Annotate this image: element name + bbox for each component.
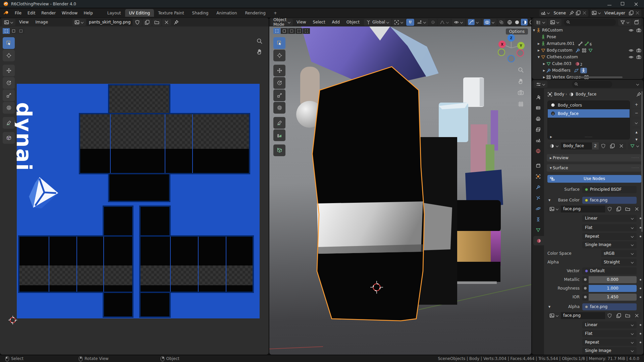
bone-icon[interactable] xyxy=(584,41,589,46)
fake-user-icon[interactable] xyxy=(133,19,142,26)
new-collection-button[interactable] xyxy=(632,19,641,26)
tab-constraints[interactable] xyxy=(533,215,543,224)
animate-dot[interactable] xyxy=(640,236,641,237)
tab-particles[interactable] xyxy=(533,193,543,202)
outliner-filter-image-button[interactable] xyxy=(548,19,561,26)
mode-selector[interactable]: Object Mode xyxy=(271,19,293,26)
outliner[interactable]: ▼ R6Custom Pose ▶ Armature.001 6 xyxy=(532,18,643,79)
tab-object-data[interactable] xyxy=(533,225,543,235)
slot-name[interactable]: Body_face xyxy=(558,111,579,116)
material-filter-button[interactable] xyxy=(628,142,641,149)
proportional-falloff-selector[interactable] xyxy=(438,19,451,26)
base-color-field[interactable]: face.png xyxy=(582,197,637,204)
outliner-item-label[interactable]: Armature.001 xyxy=(547,41,575,46)
tex2-extension-dropdown[interactable]: Repeat xyxy=(582,339,637,346)
browse-image-button[interactable] xyxy=(547,312,561,319)
vp-select-mode-invert[interactable] xyxy=(296,28,303,34)
menu-render[interactable]: Render xyxy=(38,8,59,17)
unlink-image-icon[interactable] xyxy=(632,312,641,319)
view-layer-name[interactable]: ViewLayer xyxy=(602,11,627,15)
shading-solid-button[interactable] xyxy=(514,19,520,25)
disclosure-icon[interactable]: ▼ xyxy=(537,56,541,59)
tex1-projection-dropdown[interactable]: Flat xyxy=(582,224,637,231)
minimize-button[interactable] xyxy=(607,2,612,6)
alpha-field[interactable]: face.png xyxy=(582,303,637,310)
outliner-horizontal-scrollbar[interactable] xyxy=(571,76,623,78)
properties-editor[interactable]: Body › Body_face Body_colors Body_face ▶… xyxy=(532,80,643,355)
cursor-tool[interactable] xyxy=(273,50,285,61)
pin-image-icon[interactable] xyxy=(174,20,179,25)
tab-material[interactable] xyxy=(533,236,544,245)
vp-menu-select[interactable]: Select xyxy=(310,18,328,26)
navigation-gizmo[interactable]: Z X Y xyxy=(496,33,527,63)
menu-edit[interactable]: Edit xyxy=(24,8,38,17)
new-material-icon[interactable] xyxy=(608,142,617,149)
tab-scene[interactable] xyxy=(533,135,543,145)
rip-region-tool[interactable] xyxy=(3,132,15,144)
outliner-item-label[interactable]: R6Custom xyxy=(542,28,563,33)
surface-shader-field[interactable]: Principled BSDF xyxy=(582,186,637,193)
tex2-interpolation-dropdown[interactable]: Linear xyxy=(582,321,637,328)
open-image-icon[interactable] xyxy=(623,312,632,319)
workspace-tab-animation[interactable]: Animation xyxy=(212,9,241,17)
transform-tool[interactable] xyxy=(273,102,285,114)
vertex-group-icon[interactable] xyxy=(582,48,587,53)
vp-select-mode-intersect[interactable] xyxy=(303,28,310,34)
transform-orientation-selector[interactable]: Global xyxy=(364,19,391,26)
vp-select-mode-subtract[interactable] xyxy=(288,28,295,34)
background-character-tan[interactable] xyxy=(453,200,501,284)
close-button[interactable] xyxy=(634,2,638,6)
tab-view-layer[interactable] xyxy=(533,125,543,134)
material-users-button[interactable]: 2 xyxy=(592,142,599,149)
add-workspace-button[interactable]: + xyxy=(270,9,281,17)
bone-constraint-icon[interactable] xyxy=(578,41,583,46)
breadcrumb-object[interactable]: Body xyxy=(554,92,564,97)
uv-canvas-image[interactable]: dynai xyxy=(17,84,260,318)
tex2-image-name[interactable]: face.png xyxy=(561,312,605,319)
animate-dot[interactable] xyxy=(640,342,641,343)
material-name-field[interactable]: Body_face xyxy=(561,142,592,149)
metallic-socket[interactable] xyxy=(582,276,588,283)
outliner-row-pose[interactable]: Pose xyxy=(532,34,643,40)
object-visibility-selector[interactable] xyxy=(452,19,465,26)
tex1-extension-dropdown[interactable]: Repeat xyxy=(582,233,637,240)
disclosure-icon[interactable]: ▼ xyxy=(547,305,551,308)
properties-options-chevron-icon[interactable] xyxy=(636,83,639,86)
slot-row-body-face[interactable]: Body_face xyxy=(548,109,630,118)
outliner-item-label[interactable]: Cube.003 xyxy=(552,61,572,66)
animate-dot[interactable] xyxy=(640,324,641,326)
blender-menu-icon[interactable] xyxy=(0,10,12,16)
add-cube-tool[interactable] xyxy=(273,144,285,156)
animate-dot[interactable] xyxy=(640,296,641,298)
properties-search-input[interactable] xyxy=(572,81,612,88)
outliner-item-label[interactable]: Clothes.custom xyxy=(547,55,578,59)
viewport-3d[interactable]: Object Mode View Select Add Object Globa… xyxy=(269,18,531,355)
animate-dot[interactable] xyxy=(640,333,641,335)
rotate-tool[interactable] xyxy=(273,77,285,89)
tex2-source-dropdown[interactable]: Single Image xyxy=(582,347,637,354)
hide-eye-icon[interactable] xyxy=(629,55,634,60)
cursor-tool[interactable] xyxy=(3,50,15,61)
uv-select-mode-subtract[interactable] xyxy=(17,28,24,34)
open-image-icon[interactable] xyxy=(623,205,632,213)
tab-tool[interactable] xyxy=(533,93,543,102)
disclosure-icon[interactable]: ▶ xyxy=(537,49,541,52)
unlink-image-icon[interactable] xyxy=(162,19,171,26)
render-visibility-icon[interactable] xyxy=(636,48,641,53)
ior-slider[interactable]: 1.450 xyxy=(589,294,637,301)
properties-scrollbar[interactable] xyxy=(641,91,643,232)
vector-field[interactable]: Default xyxy=(582,267,637,275)
uv-select-mode-new[interactable] xyxy=(3,28,10,34)
viewport-scene[interactable] xyxy=(269,26,531,355)
outliner-row-modifiers[interactable]: ▶ Modifiers xyxy=(532,67,643,74)
open-image-icon[interactable] xyxy=(152,19,161,26)
snap-settings[interactable] xyxy=(415,19,428,26)
tab-object[interactable] xyxy=(533,172,543,181)
xray-toggle[interactable] xyxy=(497,19,505,26)
fake-user-icon[interactable] xyxy=(605,312,614,319)
tex2-projection-dropdown[interactable]: Flat xyxy=(582,330,637,337)
panel-drag-grip[interactable]: ······ xyxy=(632,166,639,170)
move-tool[interactable] xyxy=(3,65,15,76)
workspace-tab-uv-editing[interactable]: UV Editing xyxy=(125,9,154,17)
disclosure-icon[interactable]: ▶ xyxy=(542,76,546,79)
